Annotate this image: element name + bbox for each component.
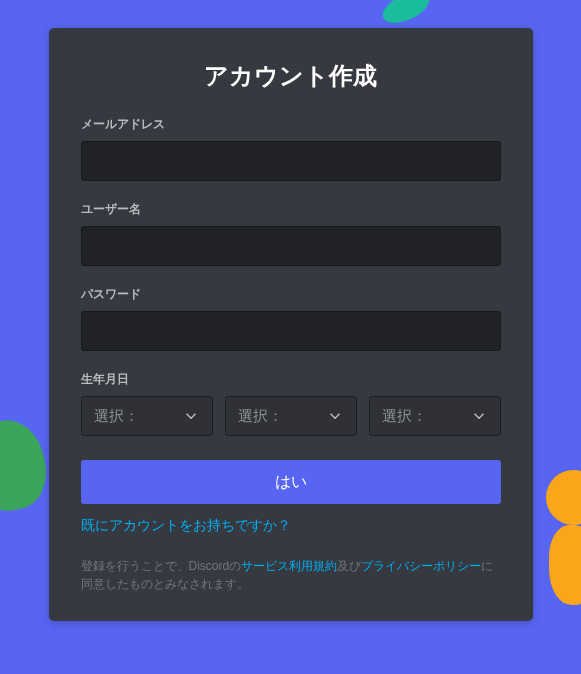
terms-link[interactable]: サービス利用規約 — [241, 559, 337, 573]
register-card: アカウント作成 メールアドレス ユーザー名 パスワード 生年月日 選択： 選択：… — [49, 28, 533, 621]
chevron-down-icon — [182, 407, 200, 425]
already-have-account-link[interactable]: 既にアカウントをお持ちですか？ — [81, 517, 291, 535]
bg-decoration-right-body — [549, 525, 581, 605]
dob-row: 選択： 選択： 選択： — [81, 396, 501, 436]
submit-button[interactable]: はい — [81, 460, 501, 504]
chevron-down-icon — [470, 407, 488, 425]
username-label: ユーザー名 — [81, 201, 501, 218]
dob-day-placeholder: 選択： — [238, 407, 283, 426]
email-label: メールアドレス — [81, 116, 501, 133]
dob-month-placeholder: 選択： — [94, 407, 139, 426]
email-field[interactable] — [81, 141, 501, 181]
bg-decoration-left — [0, 415, 52, 516]
dob-label: 生年月日 — [81, 371, 501, 388]
bg-decoration-fish — [378, 0, 434, 29]
tos-prefix: 登録を行うことで、Discordの — [81, 559, 242, 573]
password-label: パスワード — [81, 286, 501, 303]
privacy-link[interactable]: プライバシーポリシー — [361, 559, 481, 573]
dob-month-select[interactable]: 選択： — [81, 396, 213, 436]
dob-year-placeholder: 選択： — [382, 407, 427, 426]
bg-decoration-right-head — [546, 470, 581, 525]
page-title: アカウント作成 — [81, 60, 501, 92]
chevron-down-icon — [326, 407, 344, 425]
dob-year-select[interactable]: 選択： — [369, 396, 501, 436]
dob-day-select[interactable]: 選択： — [225, 396, 357, 436]
tos-text: 登録を行うことで、Discordのサービス利用規約及びプライバシーポリシーに同意… — [81, 557, 501, 593]
username-field[interactable] — [81, 226, 501, 266]
tos-and: 及び — [337, 559, 361, 573]
password-field[interactable] — [81, 311, 501, 351]
